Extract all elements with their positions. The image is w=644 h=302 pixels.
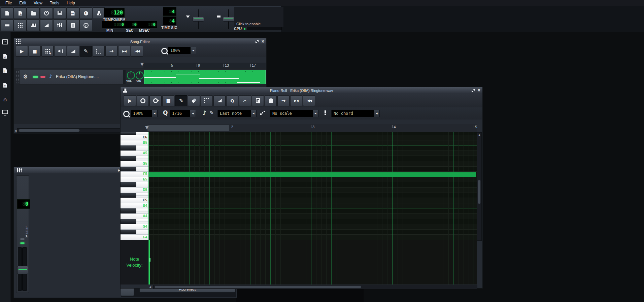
close-icon[interactable]: × <box>262 40 264 43</box>
piano-roll-toggle[interactable] <box>27 20 40 31</box>
open-project-button[interactable] <box>27 7 40 19</box>
drag-mode-button[interactable]: → <box>277 95 290 106</box>
paste-button[interactable] <box>265 95 277 106</box>
solo-led[interactable] <box>40 76 45 78</box>
quantize-button[interactable]: Q <box>226 95 238 106</box>
piano-key-a5[interactable]: A5 <box>121 151 148 156</box>
master-output-enable-box[interactable]: Click to enable <box>234 7 283 27</box>
vol-knob[interactable] <box>127 71 135 79</box>
piano-key-b5[interactable]: B5 <box>121 140 148 146</box>
q-lcd[interactable]: 1/16 ◀ <box>170 110 196 117</box>
rewind-button[interactable]: |◀◀ <box>303 95 315 106</box>
export-project-button[interactable] <box>66 7 79 19</box>
piano-key-f-sharp-4[interactable] <box>121 230 148 235</box>
menu-help[interactable]: Help <box>63 0 78 6</box>
maximize-icon[interactable] <box>256 40 259 43</box>
time-msec-display[interactable]: 880 <box>138 21 157 28</box>
play-button[interactable]: ▶ <box>16 46 28 57</box>
time-sig-denominator-display[interactable]: 84 <box>163 16 176 25</box>
samples-tab[interactable] <box>1 52 9 60</box>
song-editor-timeline[interactable]: 591317 <box>143 63 266 68</box>
piano-key-c-sharp-5[interactable] <box>121 193 148 198</box>
hscrollbar-thumb[interactable] <box>155 286 361 289</box>
hscrollbar-thumb[interactable] <box>19 129 80 132</box>
fx-mixer-toggle[interactable] <box>53 20 66 31</box>
piano-key-a-sharp-4[interactable] <box>121 208 148 214</box>
pan-knob[interactable] <box>136 71 144 79</box>
scroll-up-arrow[interactable]: ▲ <box>478 133 481 136</box>
time-sec-display[interactable]: 80 <box>125 21 138 28</box>
select-mode-button[interactable] <box>201 95 213 106</box>
master-volume-slider[interactable] <box>193 9 203 29</box>
piano-key-d5[interactable]: D5 <box>121 188 148 193</box>
home-tab[interactable]: ⌂ <box>1 96 9 104</box>
maximize-icon[interactable] <box>472 89 475 92</box>
gear-icon[interactable]: ⚙ <box>23 74 28 79</box>
scale-lcd[interactable]: No scale ◀ <box>270 110 318 117</box>
master-mute-led[interactable] <box>20 242 25 244</box>
note-f5[interactable] <box>149 172 476 177</box>
project-notes-toggle[interactable] <box>66 20 79 31</box>
copy-button[interactable] <box>252 95 264 106</box>
edit-mode-button[interactable] <box>93 46 105 57</box>
menu-edit[interactable]: Edit <box>16 0 30 6</box>
master-channel-strip[interactable]: 80 Master <box>16 175 29 293</box>
piano-key-a4[interactable]: A4 <box>121 214 148 219</box>
zoom-dropdown-arrow[interactable]: ◀ <box>152 110 157 117</box>
zoom-dropdown-arrow[interactable]: ◀ <box>191 47 196 54</box>
mute-led[interactable] <box>33 76 38 78</box>
add-automation-track-button[interactable] <box>67 46 79 57</box>
timeline-drag-highlight[interactable] <box>147 125 229 131</box>
master-peak-display[interactable]: 80 <box>17 199 30 209</box>
piano-key-g5[interactable]: G5 <box>121 161 148 167</box>
draw-mode-button[interactable]: ✎ <box>80 46 92 57</box>
menu-tools[interactable]: Tools <box>46 0 63 6</box>
piano-key-a-sharp-5[interactable] <box>121 145 148 151</box>
vscrollbar-thumb[interactable] <box>478 180 481 204</box>
note-length-dropdown-arrow[interactable]: ◀ <box>251 110 256 117</box>
computer-tab[interactable] <box>1 108 9 116</box>
tempo-display[interactable]: 8120 <box>104 8 125 17</box>
piano-key-d-sharp-5[interactable] <box>121 182 148 188</box>
menu-view[interactable]: View <box>30 0 46 6</box>
piano-key-g-sharp-4[interactable] <box>121 219 148 225</box>
velocity-bar[interactable] <box>149 240 150 284</box>
q-dropdown-arrow[interactable]: ◀ <box>190 110 196 117</box>
piano-key-g4[interactable]: G4 <box>121 224 148 230</box>
note-grid[interactable] <box>148 132 477 240</box>
recently-opened-projects-button[interactable] <box>40 7 53 19</box>
save-project-button[interactable] <box>53 7 66 19</box>
piano-roll-titlebar[interactable]: Piano-Roll - Erika (OIIA) Ringtone.wav × <box>121 87 482 94</box>
piano-key-f4[interactable]: F4 <box>121 235 148 240</box>
piano-key-c6[interactable]: C6 <box>121 135 148 140</box>
note-length-lcd[interactable]: Last note ◀ <box>217 110 257 117</box>
piano-key-g-sharp-5[interactable] <box>121 156 148 161</box>
favorites-tab[interactable] <box>1 81 9 89</box>
new-from-template-button[interactable] <box>14 7 27 19</box>
rewind-button[interactable]: |◀◀ <box>131 46 143 57</box>
track-name[interactable]: Erika (OIIA) Ringtone.... <box>56 74 99 79</box>
playhead-marker-icon[interactable]: ▼ <box>145 125 149 130</box>
song-editor-toggle[interactable] <box>1 20 13 31</box>
time-sig-numerator-display[interactable]: 84 <box>163 7 176 16</box>
piano-key-b4[interactable]: B4 <box>121 203 148 209</box>
playhead-marker-icon[interactable]: ▼ <box>140 62 144 66</box>
menu-file[interactable]: File <box>2 0 15 6</box>
bb-editor-toggle[interactable] <box>14 20 27 31</box>
automation-editor-toggle[interactable] <box>40 20 53 31</box>
sample-pattern-segment[interactable] <box>144 70 266 84</box>
scroll-left-arrow[interactable]: ◀ <box>149 286 151 289</box>
velocity-editor[interactable] <box>148 240 477 284</box>
piano-key-c-sharp-6[interactable] <box>121 132 148 135</box>
chord-lcd[interactable]: No chord ◀ <box>331 110 380 117</box>
piano-key-e5[interactable]: E5 <box>121 177 148 182</box>
zoom-level-lcd[interactable]: 100% ◀ <box>168 47 196 54</box>
record-button[interactable] <box>137 95 149 106</box>
drag-mode-button[interactable]: → <box>105 46 117 57</box>
play-button[interactable]: ▶ <box>124 95 136 106</box>
instruments-tab[interactable] <box>1 38 9 46</box>
presets-tab[interactable] <box>1 67 9 75</box>
record-while-playing-button[interactable] <box>149 95 162 106</box>
detune-mode-button[interactable] <box>213 95 226 106</box>
master-fader-knob[interactable] <box>17 266 28 274</box>
